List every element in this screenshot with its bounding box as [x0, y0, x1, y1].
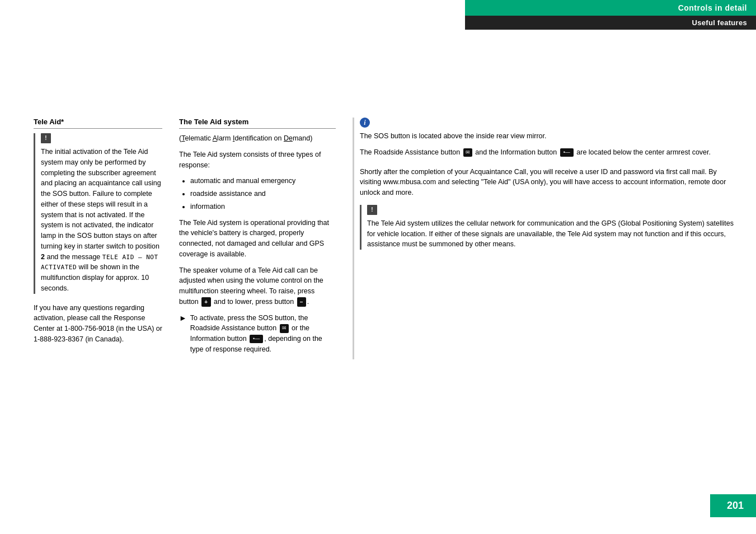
operational-text: The Tele Aid system is operational provi… [179, 218, 336, 260]
roadside-assist-icon: ✉ [463, 148, 472, 157]
response-center-text: If you have any questions regarding acti… [34, 303, 162, 345]
intro-text: The Tele Aid system consists of three ty… [179, 149, 336, 171]
controls-in-detail-label: Controls in detail [465, 0, 756, 16]
cellular-warning-icon: ! [367, 205, 377, 215]
right-column: i The SOS button is located above the in… [353, 118, 734, 359]
subtitle-text: (Telematic Alarm Identification on Deman… [179, 133, 336, 144]
list-item-information: information [190, 202, 336, 212]
mid-column: The Tele Aid system (Telematic Alarm Ide… [179, 118, 336, 359]
roadside-location-text: The Roadside Assistance button ✉ and the… [360, 147, 734, 158]
list-item-roadside: roadside assistance and [190, 189, 336, 199]
cellular-notice-box: ! The Tele Aid system utilizes the cellu… [360, 205, 734, 250]
warning-text: The initial activation of the Tele Aid s… [41, 147, 162, 294]
info-circle-icon: i [360, 118, 370, 128]
info-btn-icon: •— [560, 148, 574, 157]
plus-button-icon: + [201, 297, 210, 307]
roadside-icon: ✉ [280, 324, 289, 333]
info-inline-icon: •— [250, 335, 263, 344]
header-banner: Controls in detail Useful features [465, 0, 756, 30]
left-section-title: Tele Aid* [34, 118, 162, 129]
arrow-icon: ► [179, 313, 187, 324]
activate-text: To activate, press the SOS button, the R… [190, 313, 336, 355]
activate-item: ► To activate, press the SOS button, the… [179, 313, 336, 355]
warning-notice-box: ! The initial activation of the Tele Aid… [34, 133, 162, 294]
volume-text: The speaker volume of a Tele Aid call ca… [179, 265, 336, 307]
left-column: Tele Aid* ! The initial activation of th… [34, 118, 162, 359]
page-number: 201 [710, 494, 756, 517]
useful-features-label: Useful features [465, 16, 756, 30]
sos-info-section: i The SOS button is located above the in… [360, 118, 734, 158]
warning-icon: ! [41, 133, 51, 143]
response-list: automatic and manual emergency roadside … [190, 176, 336, 212]
cellular-text: The Tele Aid system utilizes the cellula… [367, 218, 734, 250]
mid-section-title: The Tele Aid system [179, 118, 336, 129]
acquaintance-text: Shortly after the completion of your Acq… [360, 167, 734, 198]
page-container: Controls in detail Useful features Tele … [0, 0, 756, 534]
minus-button-icon: – [297, 297, 306, 307]
list-item-emergency: automatic and manual emergency [190, 176, 336, 186]
sos-location-text: The SOS button is located above the insi… [360, 131, 734, 142]
main-content: Tele Aid* ! The initial activation of th… [34, 118, 734, 359]
